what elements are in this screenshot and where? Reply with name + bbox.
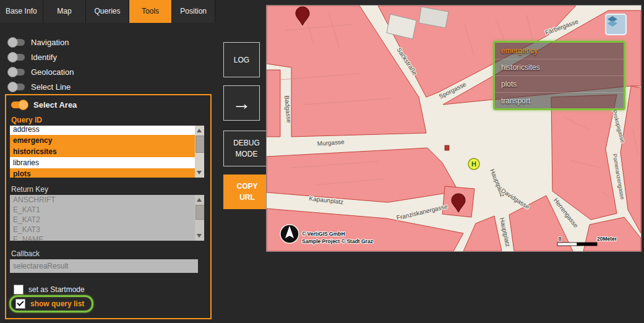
toggle-label: Select Line — [31, 82, 71, 92]
attribution-line-1: © VertiGIS GmbH — [302, 231, 345, 237]
query-option-address[interactable]: address — [10, 126, 195, 135]
small-feature — [445, 145, 449, 150]
tab-tools[interactable]: Tools — [129, 0, 173, 23]
query-option-historicsites[interactable]: historicsites — [10, 146, 195, 157]
query-id-listbox: address emergency historicsites librarie… — [10, 126, 204, 178]
startmode-row: set as Startmode — [14, 285, 85, 295]
query-option-libraries[interactable]: libraries — [10, 157, 195, 168]
map-container: Sackstraße Sporgasse Badgasse Murgasse P… — [266, 5, 642, 252]
run-arrow-button[interactable]: → — [223, 85, 260, 121]
query-id-label: Query ID — [11, 116, 42, 124]
overview-map-button[interactable] — [605, 14, 627, 35]
scale-distance-label: 20Meter — [597, 236, 617, 242]
scale-segment-white — [557, 243, 577, 246]
toggle-knob — [7, 37, 18, 48]
scroll-down-icon[interactable] — [197, 234, 202, 238]
check-icon — [17, 299, 24, 306]
return-key-options: ANSCHRIFT E_KAT1 E_KAT2 E_KAT3 E_NAME — [10, 195, 195, 241]
overlay-item-historicsites[interactable]: historicsites — [495, 59, 624, 76]
geolocation-toggle[interactable] — [9, 69, 25, 75]
query-option-emergency[interactable]: emergency — [10, 135, 195, 146]
scrollbar[interactable] — [195, 126, 204, 178]
show-query-list-label: show query list — [30, 299, 84, 308]
startmode-label: set as Startmode — [28, 285, 85, 294]
overlay-item-plots[interactable]: plots — [495, 76, 624, 93]
layers-icon — [606, 15, 619, 27]
query-list-overlay: emergency historicsites plots transport — [493, 41, 625, 110]
transit-stop-h-label: H — [471, 160, 476, 168]
show-query-list-highlight: show query list — [9, 295, 93, 312]
startmode-checkbox[interactable] — [14, 285, 24, 295]
toggle-label: Select Area — [33, 100, 77, 110]
toggle-row-identify: Identify — [9, 51, 57, 63]
scrollbar-thumb[interactable] — [195, 136, 204, 153]
tab-queries[interactable]: Queries — [86, 0, 129, 23]
identify-toggle[interactable] — [9, 54, 25, 61]
select-area-panel: Select Area Query ID address emergency h… — [5, 94, 212, 319]
return-key-option[interactable]: E_KAT2 — [10, 215, 195, 225]
scroll-down-icon[interactable] — [197, 171, 202, 174]
tab-map[interactable]: Map — [43, 0, 87, 23]
scroll-up-icon[interactable] — [197, 129, 202, 132]
building-block — [267, 70, 280, 137]
return-key-option[interactable]: E_KAT3 — [10, 225, 195, 235]
toggle-row-select-area: Select Area — [11, 100, 77, 110]
debug-mode-button[interactable]: DEBUG MODE — [223, 131, 270, 166]
return-key-option[interactable]: E_KAT1 — [10, 205, 195, 215]
return-key-listbox: ANSCHRIFT E_KAT1 E_KAT2 E_KAT3 E_NAME — [10, 195, 204, 241]
toggle-label: Geolocation — [31, 67, 74, 77]
north-arrow-compass — [280, 225, 299, 243]
toggle-row-geolocation: Geolocation — [9, 66, 74, 78]
query-id-options: address emergency historicsites librarie… — [10, 126, 195, 178]
toggle-label: Identify — [31, 53, 57, 62]
scrollbar[interactable] — [195, 195, 204, 241]
overlay-item-transport[interactable]: transport — [495, 93, 624, 109]
overlay-item-emergency[interactable]: emergency — [495, 43, 624, 59]
return-key-label: Return Key — [11, 185, 48, 194]
select-line-toggle[interactable] — [9, 84, 25, 90]
callback-input[interactable] — [10, 259, 198, 273]
arrow-right-icon: → — [233, 94, 251, 113]
return-key-option[interactable]: ANSCHRIFT — [10, 195, 195, 205]
navigation-toggle[interactable] — [9, 39, 25, 46]
query-option-plots[interactable]: plots — [10, 168, 195, 178]
building-block — [267, 148, 458, 202]
scale-zero-label: 0 — [559, 236, 562, 242]
tab-bar: Base Info Map Queries Tools Position — [0, 0, 215, 23]
attribution-line-2: Sample Project © Stadt Graz — [302, 238, 373, 244]
scroll-up-icon[interactable] — [197, 198, 202, 202]
callback-label: Callback — [11, 249, 40, 258]
toggle-row-navigation: Navigation — [9, 36, 69, 48]
toggle-knob — [18, 100, 28, 110]
tab-position[interactable]: Position — [172, 0, 215, 23]
toggle-label: Navigation — [31, 38, 69, 47]
return-key-option[interactable]: E_NAME — [10, 235, 195, 241]
scale-segment-black — [577, 243, 597, 246]
select-area-toggle[interactable] — [11, 101, 27, 108]
tab-base-info[interactable]: Base Info — [0, 0, 43, 23]
toggle-knob — [7, 82, 18, 92]
toggle-row-select-line: Select Line — [9, 80, 71, 93]
copy-url-button[interactable]: COPY URL — [223, 174, 271, 209]
toggle-knob — [7, 67, 18, 77]
show-query-list-checkbox[interactable] — [15, 299, 25, 309]
toggle-knob — [7, 52, 18, 62]
log-button[interactable]: LOG — [223, 42, 260, 77]
scrollbar-thumb[interactable] — [195, 205, 204, 220]
